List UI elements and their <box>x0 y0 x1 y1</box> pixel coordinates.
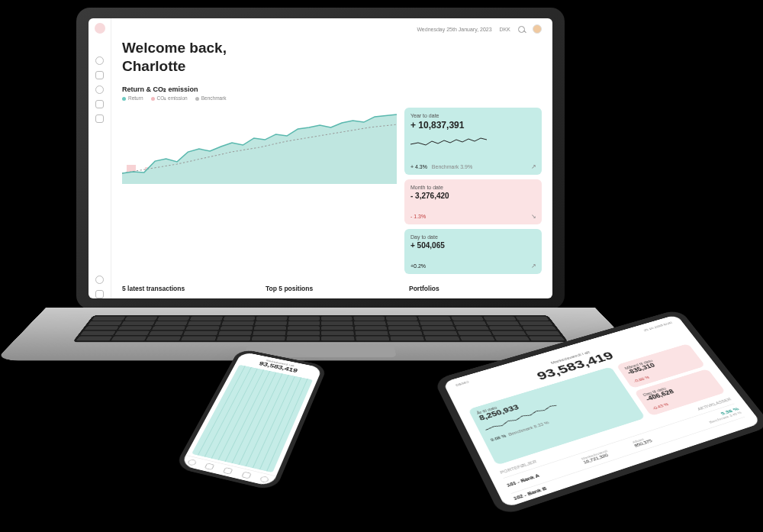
kpi-dtd-sub: +0.2% <box>410 263 536 269</box>
app-window: Wednesday 25th January, 2023 DKK Welcome… <box>89 18 552 298</box>
trend-down-icon: ↘ <box>531 213 536 220</box>
search-icon[interactable] <box>518 26 525 33</box>
tab-home-icon[interactable] <box>187 459 198 466</box>
tablet-ytd-sub: 9.68 % <box>490 434 507 442</box>
kpi-ytd-sub: + 4.3% <box>410 164 427 169</box>
laptop-bezel: Wednesday 25th January, 2023 DKK Welcome… <box>76 8 565 309</box>
nav-clock-icon[interactable] <box>95 85 104 94</box>
legend-return: Return <box>122 95 143 102</box>
kpi-dtd-label: Day to date <box>410 234 536 240</box>
kpi-dtd-value: + 504,065 <box>410 241 536 250</box>
kpi-mtd-sub: - 1.3% <box>410 214 536 219</box>
date-label: Wednesday 25th January, 2023 <box>417 27 491 32</box>
nav-help-icon[interactable] <box>95 290 104 298</box>
greeting-line2: Charlotte <box>122 58 542 75</box>
positions-title: Top 5 positions <box>266 285 398 292</box>
tab-profile-icon[interactable] <box>259 476 270 483</box>
position-row[interactable]: 1Stock A4,621,1323.5% <box>266 297 398 298</box>
legend-benchmark: Benchmark <box>195 95 227 102</box>
expand-icon[interactable]: ↗ <box>531 163 536 170</box>
kpi-dtd[interactable]: Day to date + 504,065 +0.2% ↗ <box>404 229 542 274</box>
nav-portfolio-icon[interactable] <box>95 71 104 79</box>
main-content: Wednesday 25th January, 2023 DKK Welcome… <box>111 18 552 298</box>
positions-panel: Top 5 positions 1Stock A4,621,1323.5%2St… <box>266 285 398 298</box>
kpi-ytd-value: + 10,837,391 <box>410 120 536 131</box>
tab-search-icon[interactable] <box>241 472 252 479</box>
tab-chart-icon[interactable] <box>223 467 233 475</box>
portfolio-row[interactable]: Bank A3,024,771+ 3.78 % <box>409 297 542 298</box>
sparkline <box>410 135 487 149</box>
nav-search-icon[interactable] <box>95 100 104 108</box>
keyboard <box>72 315 568 343</box>
transaction-row[interactable]: ↑Stock ASal · 25.06.2022+ 1,553,223 <box>122 297 255 298</box>
nav-settings-icon[interactable] <box>95 276 104 284</box>
nav-transfer-icon[interactable] <box>95 114 104 123</box>
transactions-panel: 5 latest transactions ↑Stock ASal · 25.0… <box>122 285 255 298</box>
main-chart[interactable] <box>122 108 397 184</box>
kpi-mtd[interactable]: Month to date - 3,276,420 - 1.3% ↘ <box>404 179 542 224</box>
sidebar <box>89 18 111 298</box>
kpi-mtd-value: - 3,276,420 <box>410 192 536 200</box>
currency-selector[interactable]: DKK <box>500 27 510 32</box>
avatar[interactable] <box>533 24 542 34</box>
kpi-ytd-label: Year to date <box>410 113 536 118</box>
expand-icon[interactable]: ↗ <box>531 263 536 269</box>
kpi-ytd-bench: Benchmark 3.9% <box>432 164 472 169</box>
tab-list-icon[interactable] <box>204 463 215 471</box>
chart-title: Return & CO₂ emission <box>122 85 542 93</box>
nav-home-icon[interactable] <box>95 56 104 65</box>
transactions-title: 5 latest transactions <box>122 285 255 292</box>
kpi-ytd[interactable]: Year to date + 10,837,391 + 4.3% Benchma… <box>404 108 542 175</box>
kpi-mtd-label: Month to date <box>410 185 536 190</box>
greeting-line1: Welcome back, <box>122 40 542 56</box>
legend-co2: CO₂ emission <box>151 95 188 102</box>
portfolios-panel: Portfolios Bank A3,024,771+ 3.78 %Bank B… <box>409 285 542 298</box>
laptop-mockup: Wednesday 25th January, 2023 DKK Welcome… <box>46 8 595 389</box>
portfolios-title: Portfolios <box>409 285 542 292</box>
kpi-column: Year to date + 10,837,391 + 4.3% Benchma… <box>404 108 542 274</box>
chart-legend: Return CO₂ emission Benchmark <box>122 95 542 102</box>
app-logo-icon[interactable] <box>95 23 105 34</box>
topbar: Wednesday 25th January, 2023 DKK <box>122 24 542 34</box>
